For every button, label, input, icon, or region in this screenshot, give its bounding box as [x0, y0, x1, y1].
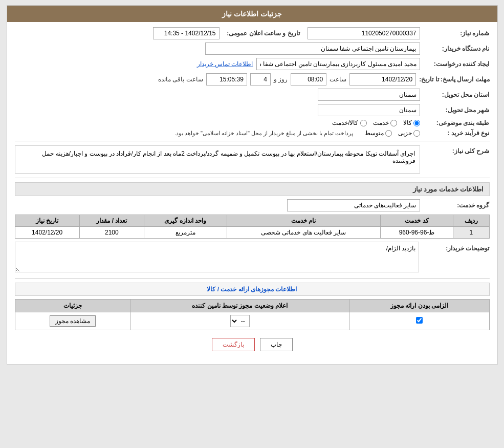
category-radio-both[interactable]: [360, 120, 367, 126]
cell-service-name: سایر فعالیت های خدماتی شخصی: [227, 227, 380, 239]
category-radio-service-item: خدمت: [373, 119, 397, 126]
content-area: شماره نیاز: تاریخ و ساعت اعلان عمومی: نا…: [7, 22, 497, 364]
service-group-row: گروه خدمت:: [15, 199, 490, 211]
creator-input[interactable]: [256, 58, 420, 70]
view-permit-button[interactable]: مشاهده مجوز: [50, 315, 96, 327]
permit-required-checkbox[interactable]: [416, 317, 423, 324]
table-row: 1 ط-96-96-960 سایر فعالیت های خدماتی شخص…: [15, 227, 489, 239]
permits-table: الزامی بودن ارائه مجوز اعلام وضعیت مجوز …: [15, 299, 490, 330]
services-table-section: ردیف کد خدمت نام خدمت واحد اندازه گیری ت…: [15, 215, 490, 239]
announcement-label: تاریخ و ساعت اعلان عمومی:: [223, 30, 304, 37]
city-label: شهر محل تحویل:: [423, 106, 490, 114]
deadline-days-input[interactable]: [250, 73, 271, 86]
category-radio-both-label: کالا/خدمت: [332, 119, 358, 126]
process-radio-mota-item: متوسط: [365, 130, 392, 137]
page-header: جزئیات اطلاعات نیاز: [7, 6, 497, 22]
announcement-input[interactable]: [153, 27, 220, 39]
deadline-remaining-input[interactable]: [206, 73, 247, 86]
footer-buttons: چاپ بازگشت: [15, 338, 490, 351]
deadline-remaining-label: ساعت باقی مانده: [158, 76, 203, 83]
services-section-header: اطلاعات خدمات مورد نیاز: [15, 182, 490, 196]
buyer-notes-textarea[interactable]: بازدید الزام/: [15, 242, 419, 272]
permit-col-required: الزامی بودن ارائه مجوز: [349, 300, 489, 312]
buyer-notes-content: بازدید الزام/: [15, 242, 419, 274]
deadline-label: مهلت ارسال پاسخ: تا تاریخ:: [419, 76, 489, 83]
process-desc: پرداخت تمام یا بخشی از مبلغ خریدار از مح…: [174, 130, 354, 137]
category-radio-service-label: خدمت: [373, 119, 389, 126]
city-row: شهر محل تحویل:: [15, 104, 490, 116]
category-radio-kala[interactable]: [413, 120, 420, 126]
process-radio-mota-label: متوسط: [365, 130, 384, 137]
need-number-input[interactable]: [308, 27, 420, 39]
category-radio-service[interactable]: [390, 120, 397, 126]
divider-1: [15, 141, 490, 141]
category-radio-group: کالا خدمت کالا/خدمت: [332, 119, 420, 126]
process-radio-jozi-label: جزیی: [398, 130, 412, 137]
need-number-label: شماره نیاز:: [423, 30, 490, 37]
deadline-day-label: روز و: [274, 76, 288, 83]
permit-cell-status: --: [130, 312, 349, 330]
permit-row: -- مشاهده مجوز: [15, 312, 489, 330]
print-button[interactable]: چاپ: [260, 338, 293, 351]
creator-contact-link[interactable]: اطلاعات تماس خریدار: [197, 60, 253, 68]
category-label: طبقه بندی موضوعی:: [423, 119, 490, 126]
service-group-input[interactable]: [287, 199, 420, 211]
permit-col-status: اعلام وضعیت مجوز توسط نامین کننده: [130, 300, 349, 312]
permit-col-details: جزئیات: [15, 300, 130, 312]
permits-section-title: اطلاعات مجوزهای ارائه خدمت / کالا: [15, 283, 490, 296]
process-radio-group: جزیی متوسط پرداخت تمام یا بخشی از مبلغ خ…: [174, 130, 420, 137]
cell-quantity: 2100: [79, 227, 144, 239]
divider-3: [15, 278, 490, 279]
general-desc-label: شرح کلی نیاز:: [423, 145, 490, 155]
buyer-org-row: نام دستگاه خریدار:: [15, 42, 490, 55]
process-radio-jozi-item: جزیی: [398, 130, 420, 137]
process-row: نوع فرآیند خرید : جزیی متوسط پرداخت تمام…: [15, 130, 490, 137]
col-header-service-code: کد خدمت: [380, 215, 453, 227]
permit-cell-details: مشاهده مجوز: [15, 312, 130, 330]
cell-date: 1402/12/20: [15, 227, 79, 239]
page-title: جزئیات اطلاعات نیاز: [222, 10, 282, 18]
back-button[interactable]: بازگشت: [212, 338, 255, 351]
province-label: استان محل تحویل:: [423, 91, 490, 98]
main-container: جزئیات اطلاعات نیاز شماره نیاز: تاریخ و …: [7, 5, 498, 365]
process-label: نوع فرآیند خرید :: [423, 130, 490, 137]
process-radio-mota[interactable]: [385, 130, 392, 137]
category-radio-kala-label: کالا: [403, 119, 412, 126]
need-number-row: شماره نیاز: تاریخ و ساعت اعلان عمومی:: [15, 27, 490, 39]
col-header-row-num: ردیف: [453, 215, 489, 227]
permits-section: اطلاعات مجوزهای ارائه خدمت / کالا الزامی…: [15, 283, 490, 330]
permit-status-select[interactable]: --: [230, 315, 250, 327]
deadline-date-input[interactable]: [349, 73, 416, 86]
cell-service-code: ط-96-96-960: [380, 227, 453, 239]
city-input[interactable]: [318, 104, 420, 116]
services-table: ردیف کد خدمت نام خدمت واحد اندازه گیری ت…: [15, 215, 490, 239]
buyer-notes-row: توضیحات خریدار: بازدید الزام/: [15, 242, 490, 274]
cell-row-num: 1: [453, 227, 489, 239]
col-header-date: تاریخ نیاز: [15, 215, 79, 227]
deadline-time-label: ساعت: [330, 76, 346, 83]
category-radio-kala-item: کالا: [403, 119, 420, 126]
cell-unit: مترمربع: [144, 227, 227, 239]
creator-label: ایجاد کننده درخواست:: [423, 60, 490, 68]
buyer-org-label: نام دستگاه خریدار:: [423, 45, 490, 52]
permit-cell-required: [349, 312, 489, 330]
category-row: طبقه بندی موضوعی: کالا خدمت کالا/خدمت: [15, 119, 490, 126]
category-radio-both-item: کالا/خدمت: [332, 119, 366, 126]
buyer-notes-label: توضیحات خریدار:: [423, 242, 490, 274]
service-group-label: گروه خدمت:: [423, 202, 490, 209]
province-row: استان محل تحویل:: [15, 89, 490, 101]
col-header-service-name: نام خدمت: [227, 215, 380, 227]
col-header-quantity: تعداد / مقدار: [79, 215, 144, 227]
deadline-row: مهلت ارسال پاسخ: تا تاریخ: ساعت روز و سا…: [15, 73, 490, 86]
col-header-unit: واحد اندازه گیری: [144, 215, 227, 227]
province-input[interactable]: [318, 89, 420, 101]
general-desc-row: شرح کلی نیاز: اجرای آسفالت تویکا محوطه ب…: [15, 145, 490, 174]
buyer-org-input[interactable]: [205, 42, 420, 55]
process-radio-jozi[interactable]: [413, 130, 420, 137]
deadline-time-input[interactable]: [291, 73, 326, 86]
divider-2: [15, 178, 490, 178]
general-desc-content: اجرای آسفالت تویکا محوطه بیمارستان/استعل…: [15, 145, 420, 174]
creator-row: ایجاد کننده درخواست: اطلاعات تماس خریدار: [15, 58, 490, 70]
